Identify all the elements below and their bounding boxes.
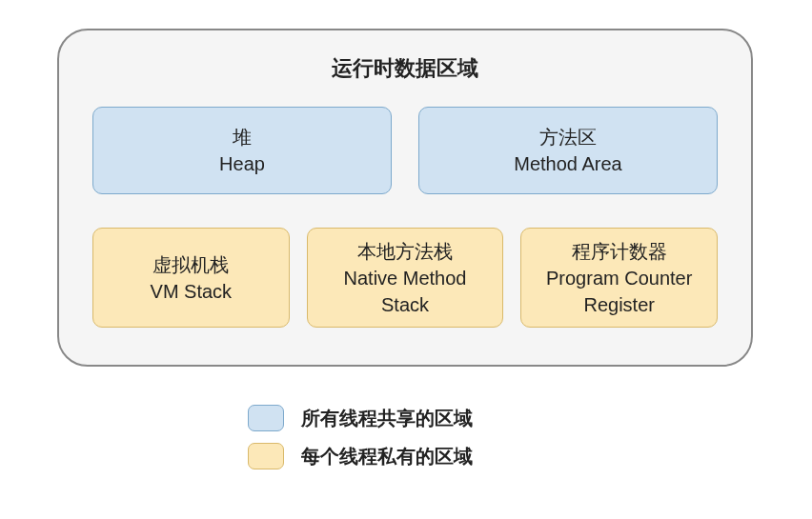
diagram-title: 运行时数据区域	[92, 54, 718, 83]
method-area-box: 方法区 Method Area	[418, 107, 718, 194]
shared-row: 堆 Heap 方法区 Method Area	[92, 107, 718, 194]
method-area-cn-label: 方法区	[539, 124, 597, 150]
native-method-stack-en2-label: Stack	[381, 291, 429, 318]
pc-register-en2-label: Register	[583, 291, 654, 318]
pc-register-en1-label: Program Counter	[546, 265, 692, 291]
method-area-en-label: Method Area	[514, 150, 621, 177]
vm-stack-cn-label: 虚拟机栈	[152, 251, 229, 278]
program-counter-register-box: 程序计数器 Program Counter Register	[520, 228, 718, 328]
vm-stack-box: 虚拟机栈 VM Stack	[92, 228, 290, 328]
legend-row-private: 每个线程私有的区域	[248, 443, 473, 469]
legend-swatch-private	[248, 443, 284, 469]
runtime-data-area-container: 运行时数据区域 堆 Heap 方法区 Method Area 虚拟机栈 VM S…	[57, 29, 753, 367]
native-method-stack-box: 本地方法栈 Native Method Stack	[307, 228, 504, 328]
legend-swatch-shared	[248, 405, 284, 431]
heap-cn-label: 堆	[233, 124, 252, 150]
legend-text-private: 每个线程私有的区域	[301, 444, 473, 469]
legend: 所有线程共享的区域 每个线程私有的区域	[248, 405, 473, 469]
heap-box: 堆 Heap	[92, 107, 392, 194]
native-method-stack-en1-label: Native Method	[344, 265, 467, 291]
legend-row-shared: 所有线程共享的区域	[248, 405, 473, 431]
native-method-stack-cn-label: 本地方法栈	[357, 238, 453, 265]
pc-register-cn-label: 程序计数器	[572, 238, 667, 265]
heap-en-label: Heap	[219, 150, 265, 177]
private-row: 虚拟机栈 VM Stack 本地方法栈 Native Method Stack …	[92, 228, 718, 328]
vm-stack-en-label: VM Stack	[151, 278, 233, 305]
legend-text-shared: 所有线程共享的区域	[301, 406, 473, 431]
